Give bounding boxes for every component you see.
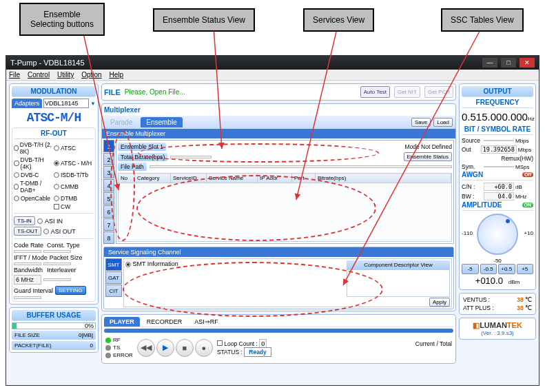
cn-value[interactable]: +60.0: [484, 183, 514, 191]
ens-mux-label: Ensemble Multiplexer: [102, 129, 455, 138]
radio-dvbt2k[interactable]: DVB-T/H (2, 8K): [20, 141, 54, 155]
step-plus5[interactable]: +5: [517, 264, 534, 274]
tab-parade[interactable]: Parade: [105, 117, 138, 127]
play-button[interactable]: ▶: [156, 339, 174, 357]
out-value[interactable]: 19.392658: [481, 145, 517, 154]
filepath-label: File Path: [118, 163, 147, 171]
tab-ensemble[interactable]: Ensemble: [141, 117, 182, 127]
ens-slot-6[interactable]: 6: [103, 205, 114, 218]
apply-button[interactable]: Apply: [429, 298, 450, 307]
comp-desc-area[interactable]: [347, 269, 450, 297]
guard-field[interactable]: [14, 296, 41, 299]
check-cw[interactable]: CW: [61, 203, 70, 210]
coderate-field[interactable]: [14, 250, 41, 253]
save-button[interactable]: Save: [411, 118, 431, 127]
middle-column: FILE Please, Open File... Auto Test Get …: [101, 83, 456, 364]
amp-toggle[interactable]: ON: [522, 203, 534, 207]
source-value[interactable]: [484, 140, 514, 141]
mode-not-defined: Mode Not Defined: [404, 143, 452, 150]
filepath-field[interactable]: [150, 165, 452, 168]
menu-control[interactable]: Control: [28, 71, 50, 79]
menu-help[interactable]: Help: [109, 71, 123, 79]
rewind-button[interactable]: ◀◀: [137, 339, 155, 357]
ensemble-main: Ensemble Slot 1 Mode Not Defined Total B…: [116, 140, 454, 244]
ensemble-status-button[interactable]: Ensemble Status: [404, 152, 452, 161]
ventus-value: 38: [517, 296, 523, 303]
radio-opencable[interactable]: OpenCable: [21, 195, 50, 202]
radio-asiout[interactable]: ASI OUT: [51, 228, 76, 235]
adapter-dropdown-icon[interactable]: ▼: [90, 101, 96, 107]
load-button[interactable]: Load: [433, 118, 453, 127]
stop-button[interactable]: ■: [176, 339, 194, 357]
loop-label: Loop Count :: [224, 340, 258, 347]
tab-recorder[interactable]: RECORDER: [141, 317, 188, 327]
ifft-field[interactable]: [14, 262, 41, 265]
ens-slot-2[interactable]: 2: [103, 153, 114, 165]
awgn-toggle[interactable]: Off: [522, 172, 533, 177]
radio-atsc[interactable]: ATSC: [61, 145, 76, 152]
left-column: MODULATION Adapters VDBL18145 ▼ ATSC-M/H…: [9, 83, 99, 364]
sym-value[interactable]: [484, 166, 514, 167]
ssc-tab-cit[interactable]: CIT: [105, 285, 122, 297]
player-progress[interactable]: [104, 329, 453, 333]
adapters-tab[interactable]: Adapters: [12, 99, 42, 108]
radio-atscmh[interactable]: ATSC - M/H: [61, 160, 92, 167]
bwawgn-label: BW :: [462, 193, 482, 200]
step-plus05[interactable]: +0.5: [498, 264, 515, 274]
radio-dvbc[interactable]: DVB-C: [21, 172, 39, 178]
filesize-label: FILE SIZE: [14, 332, 40, 338]
total-bitrate-field[interactable]: [170, 156, 212, 158]
step-minus05[interactable]: -0.5: [480, 264, 497, 274]
close-button[interactable]: ✕: [520, 58, 535, 68]
radio-dtmb[interactable]: DTMB: [61, 195, 77, 202]
loop-check[interactable]: [217, 340, 223, 346]
ens-slot-1[interactable]: 1: [103, 140, 114, 152]
interleaver-field[interactable]: [43, 278, 71, 281]
menu-utility[interactable]: Utility: [57, 71, 74, 79]
smt-info-label[interactable]: SMT Information: [133, 260, 178, 267]
ens-slot-7[interactable]: 7: [103, 218, 114, 231]
menu-file[interactable]: File: [9, 71, 20, 79]
amp-scale-max: +10: [524, 230, 533, 236]
bandwidth-field[interactable]: 6 MHz: [14, 275, 41, 285]
radio-tdmb[interactable]: T-DMB / DAB+: [20, 180, 54, 194]
tab-player[interactable]: PLAYER: [104, 317, 140, 327]
tsout-button[interactable]: TS-OUT: [14, 227, 41, 236]
consttype-field[interactable]: [43, 250, 71, 253]
packet-field[interactable]: [43, 262, 71, 265]
autotest-button[interactable]: Auto Test: [360, 86, 390, 98]
buffer-pct: 0%: [85, 322, 94, 329]
lbl-consttype: Const. Type: [47, 242, 80, 249]
getpcr-button[interactable]: Get PCR: [424, 86, 453, 98]
tsin-button[interactable]: TS-IN: [14, 216, 35, 225]
amplitude-knob[interactable]: [477, 214, 518, 255]
amp-value[interactable]: +010.0: [475, 276, 503, 286]
ens-slot-5[interactable]: 5: [103, 192, 114, 205]
ens-slot-4[interactable]: 4: [103, 179, 114, 192]
radio-dvbt4k[interactable]: DVB-T/H (4K): [21, 156, 54, 170]
led-error-icon: [105, 353, 111, 358]
open-file-message[interactable]: Please, Open File...: [125, 88, 356, 96]
radio-isdbt[interactable]: ISDB-T/Tb: [61, 172, 88, 178]
bwawgn-value[interactable]: 04.0: [484, 192, 514, 200]
ens-slot-8[interactable]: 8: [103, 231, 114, 244]
tab-asirf[interactable]: ASI⇒RF: [189, 317, 224, 327]
setting-button[interactable]: SETTING: [55, 286, 86, 295]
maximize-button[interactable]: □: [501, 58, 516, 68]
ssc-tab-gat[interactable]: GAT: [105, 271, 122, 284]
step-minus5[interactable]: -5: [462, 264, 479, 274]
led-error: ERROR: [113, 352, 133, 358]
freq-value[interactable]: 0.515.000.000: [462, 111, 528, 123]
lbl-packet: Packet Size: [50, 254, 83, 261]
ventus-label: VENTUS :: [463, 296, 490, 303]
menu-option[interactable]: Option: [81, 71, 101, 79]
record-button[interactable]: ●: [195, 339, 213, 357]
minimize-button[interactable]: —: [482, 58, 497, 68]
radio-asiin[interactable]: ASI IN: [45, 218, 63, 225]
radio-cmmb[interactable]: CMMB: [61, 183, 79, 190]
getnit-button[interactable]: Get NIT: [394, 86, 420, 98]
adapter-select[interactable]: VDBL18145: [43, 99, 89, 108]
services-table-body[interactable]: [118, 183, 452, 242]
ssc-tab-smt[interactable]: SMT: [105, 258, 122, 271]
ens-slot-3[interactable]: 3: [103, 166, 114, 178]
